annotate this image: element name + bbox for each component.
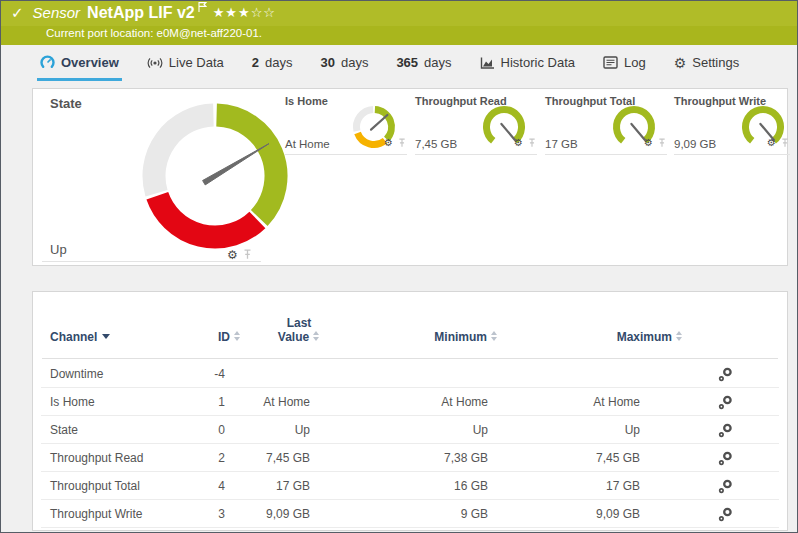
cell-id: 0	[163, 416, 225, 444]
cell-maximum: At Home	[523, 388, 640, 416]
sort-icon	[234, 331, 241, 341]
tab-number: 30	[320, 55, 334, 70]
channels-table-panel: Channel ID LastValue Minimum Maximum Dow…	[32, 291, 788, 531]
column-header-label: Channel	[50, 330, 97, 344]
tab-label: Historic Data	[501, 55, 575, 70]
mini-gauge-value: 9,09 GB	[674, 138, 716, 150]
cell-id: 4	[163, 472, 225, 500]
edit-channel-icon[interactable]	[713, 388, 737, 416]
edit-channel-icon[interactable]	[713, 472, 737, 500]
tab-live-data[interactable]: Live Data	[144, 47, 227, 81]
priority-stars[interactable]: ★★★☆☆	[213, 5, 276, 20]
tab-log[interactable]: Log	[600, 47, 649, 81]
sort-icon	[313, 331, 320, 341]
sensor-message: Current port location: e0M@net-aff220-01…	[46, 27, 262, 39]
tab-number: 365	[396, 55, 418, 70]
table-row-throughput-write: Throughput Write 3 9,09 GB 9 GB 9,09 GB	[41, 500, 779, 528]
tab-30-days[interactable]: 30 days	[317, 47, 371, 81]
gauge-icon	[40, 55, 55, 70]
cell-minimum: 9 GB	[373, 500, 488, 528]
cell-minimum: Up	[373, 416, 488, 444]
tab-number: 2	[252, 55, 259, 70]
page-title: NetApp LIF v2	[87, 4, 195, 22]
cell-id: 3	[163, 500, 225, 528]
cell-id: -4	[163, 360, 225, 388]
pin-icon[interactable]	[658, 134, 666, 152]
log-icon	[603, 56, 618, 69]
column-header-last-value[interactable]: LastValue	[258, 316, 340, 344]
main-gauge-value: Up	[50, 242, 67, 257]
cell-maximum: 7,45 GB	[523, 444, 640, 472]
tab-2-days[interactable]: 2 days	[249, 47, 296, 81]
cell-last-value: At Home	[233, 388, 310, 416]
tab-overview[interactable]: Overview	[37, 47, 122, 81]
status-check-icon: ✓	[11, 4, 24, 22]
cell-id: 1	[163, 388, 225, 416]
column-header-label: Last	[287, 316, 312, 330]
mini-gauge-value: 7,45 GB	[415, 138, 457, 150]
prtg-sensor-page: ✓ Sensor NetApp LIF v2 ★★★☆☆ Current por…	[0, 0, 798, 533]
table-row-throughput-read: Throughput Read 2 7,45 GB 7,38 GB 7,45 G…	[41, 444, 779, 472]
gauge-settings-gear-icon[interactable]: ⚙	[514, 138, 523, 148]
tab-label: Settings	[692, 55, 739, 70]
cell-minimum: At Home	[373, 388, 488, 416]
cell-channel: Throughput Write	[50, 500, 143, 528]
column-header-id[interactable]: ID	[153, 330, 241, 344]
state-gauge	[141, 102, 289, 250]
cell-channel: Is Home	[50, 388, 95, 416]
cell-channel: Downtime	[50, 360, 103, 388]
gauge-settings-gear-icon[interactable]: ⚙	[384, 138, 393, 148]
cell-last-value: 7,45 GB	[233, 444, 310, 472]
column-header-channel[interactable]: Channel	[50, 330, 110, 344]
chart-icon	[480, 56, 495, 70]
column-header-minimum[interactable]: Minimum	[373, 330, 498, 344]
channels-table: Downtime -4 Is Home 1 At Home At Home At…	[41, 360, 779, 528]
pin-icon[interactable]	[398, 134, 406, 152]
flag-icon[interactable]	[198, 0, 207, 17]
sensor-kind-label: Sensor	[33, 4, 81, 21]
cell-maximum: 17 GB	[523, 472, 640, 500]
cell-last-value: 17 GB	[233, 472, 310, 500]
divider	[42, 358, 778, 359]
edit-channel-icon[interactable]	[713, 500, 737, 528]
cell-last-value: 9,09 GB	[233, 500, 310, 528]
edit-channel-icon[interactable]	[713, 360, 737, 388]
table-row-state: State 0 Up Up Up	[41, 416, 779, 444]
column-header-label: Maximum	[617, 330, 672, 344]
cell-maximum: Up	[523, 416, 640, 444]
pin-icon[interactable]	[528, 134, 536, 152]
divider	[42, 261, 261, 262]
column-header-maximum[interactable]: Maximum	[543, 330, 683, 344]
gauge-settings-gear-icon[interactable]: ⚙	[767, 138, 776, 148]
mini-gauge-throughput-total: Throughput Total 17 GB ⚙	[545, 95, 667, 155]
sensor-header: ✓ Sensor NetApp LIF v2 ★★★☆☆ Current por…	[1, 1, 797, 45]
mini-gauge-value: At Home	[285, 138, 330, 150]
mini-gauge-throughput-read: Throughput Read 7,45 GB ⚙	[415, 95, 537, 155]
edit-channel-icon[interactable]	[713, 416, 737, 444]
pin-icon[interactable]	[781, 134, 789, 152]
edit-channel-icon[interactable]	[713, 444, 737, 472]
tab-settings[interactable]: ⚙ Settings	[671, 47, 743, 81]
tab-label: Live Data	[169, 55, 224, 70]
mini-gauge-throughput-write: Throughput Write 9,09 GB ⚙	[674, 95, 790, 155]
main-gauge-channel-label: State	[50, 96, 82, 111]
gauge-settings-gear-icon[interactable]: ⚙	[227, 249, 238, 261]
column-header-label: Value	[278, 330, 309, 344]
gauge-settings-gear-icon[interactable]: ⚙	[644, 138, 653, 148]
table-row-is-home: Is Home 1 At Home At Home At Home	[41, 388, 779, 416]
tab-label: Overview	[61, 55, 119, 70]
cell-minimum: 16 GB	[373, 472, 488, 500]
gear-icon: ⚙	[674, 56, 687, 70]
tab-label: Log	[624, 55, 646, 70]
table-row-throughput-total: Throughput Total 4 17 GB 16 GB 17 GB	[41, 472, 779, 500]
tab-365-days[interactable]: 365 days	[393, 47, 454, 81]
mini-gauge-is-home: Is Home At Home ⚙	[285, 95, 407, 155]
tab-label: days	[341, 55, 368, 70]
cell-maximum: 9,09 GB	[523, 500, 640, 528]
mini-gauge-value: 17 GB	[545, 138, 578, 150]
sort-icon	[491, 331, 498, 341]
cell-minimum: 7,38 GB	[373, 444, 488, 472]
tab-historic-data[interactable]: Historic Data	[477, 47, 578, 81]
mini-gauge-label: Is Home	[285, 95, 328, 107]
broadcast-icon	[147, 56, 163, 70]
